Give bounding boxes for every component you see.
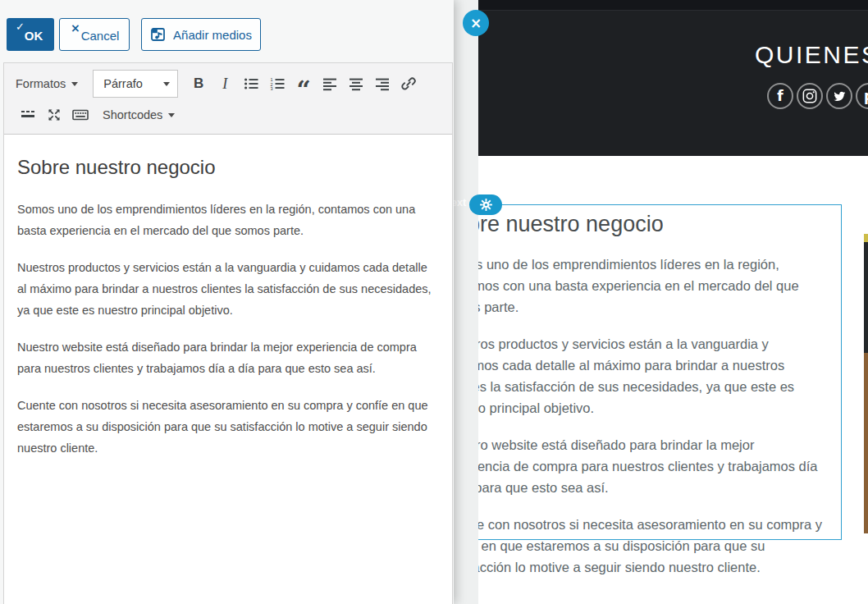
widget-paragraph: Cuente con nosotros si necesita asesoram… — [478, 514, 825, 578]
italic-button[interactable]: I — [212, 71, 237, 96]
align-center-button[interactable] — [344, 71, 368, 96]
social-icons-row: f p — [767, 83, 868, 109]
align-left-button[interactable] — [318, 71, 342, 96]
horizontal-rule-icon — [21, 108, 35, 122]
close-icon: × — [470, 15, 482, 31]
widget-heading: Sobre nuestro negocio — [478, 210, 825, 238]
fullscreen-button[interactable] — [42, 103, 66, 127]
content-heading: Sobre nuestro negocio — [17, 156, 439, 179]
widget-settings-button[interactable] — [469, 194, 502, 215]
formats-dropdown[interactable]: Formatos — [16, 71, 86, 96]
page-builder-edit-screen: QUIENES S f p — [0, 0, 868, 604]
admin-bar-strip — [478, 0, 868, 11]
bullet-list-icon — [244, 76, 258, 91]
chevron-down-icon — [163, 82, 170, 86]
instagram-icon[interactable] — [797, 83, 823, 109]
live-preview-pane: QUIENES S f p — [478, 0, 868, 604]
tinymce-editor: Formatos Párrafo B I — [3, 62, 453, 604]
keyboard-icon — [72, 108, 89, 122]
site-header: QUIENES S f p — [478, 0, 868, 156]
twitter-icon[interactable] — [826, 83, 852, 109]
fullscreen-icon — [47, 108, 62, 122]
svg-text:3: 3 — [271, 86, 273, 91]
align-right-button[interactable] — [370, 71, 395, 96]
dialog-toolbar: ✓ OK × Cancel Añadir medios — [0, 0, 454, 62]
gear-icon — [479, 198, 493, 212]
toolbar-row-1: Formatos Párrafo B I — [4, 68, 452, 99]
numbered-list-icon: 1 2 3 — [270, 76, 285, 91]
align-right-icon — [375, 76, 390, 91]
media-icon — [150, 26, 167, 43]
bullet-list-button[interactable] — [239, 71, 263, 96]
image-edge-sliver — [864, 234, 868, 533]
widget-edit-panel: ✓ OK × Cancel Añadir medios — [0, 0, 454, 604]
close-dialog-button[interactable]: × — [463, 10, 489, 36]
keyboard-shortcuts-button[interactable] — [68, 103, 93, 127]
page-title: QUIENES S — [755, 41, 868, 69]
content-paragraph: Nuestros productos y servicios están a l… — [17, 257, 439, 321]
add-media-button[interactable]: Añadir medios — [141, 18, 261, 51]
align-center-icon — [349, 76, 363, 91]
cancel-button[interactable]: × Cancel — [59, 18, 130, 51]
widget-paragraph: Nuestros productos y servicios están a l… — [478, 333, 825, 419]
bold-button[interactable]: B — [186, 71, 211, 96]
toolbar-row-2: Shortcodes — [4, 99, 452, 130]
content-paragraph: Nuestro website está diseñado para brind… — [17, 336, 439, 379]
blockquote-button[interactable]: “ — [291, 71, 316, 96]
numbered-list-button[interactable]: 1 2 3 — [265, 71, 290, 96]
link-icon — [401, 76, 416, 91]
chevron-down-icon — [168, 113, 175, 117]
content-paragraph: Cuente con nosotros si necesita asesoram… — [17, 395, 439, 459]
facebook-icon[interactable]: f — [767, 83, 793, 109]
paragraph-style-select[interactable]: Párrafo — [93, 70, 178, 98]
dialog-gutter — [454, 0, 478, 604]
widget-paragraph: Nuestro website está diseñado para brind… — [478, 434, 825, 498]
editor-content-area[interactable]: Sobre nuestro negocio Somos uno de los e… — [4, 135, 452, 459]
link-button[interactable] — [396, 71, 421, 96]
shortcodes-dropdown[interactable]: Shortcodes — [103, 103, 183, 127]
content-paragraph: Somos uno de los emprendimientos líderes… — [17, 199, 439, 241]
pinterest-icon[interactable]: p — [856, 83, 868, 109]
text-widget-preview: Sobre nuestro negocio Somos uno de los e… — [478, 204, 842, 540]
chevron-down-icon — [71, 82, 78, 86]
widget-paragraph: Somos uno de los emprendimientos líderes… — [478, 254, 825, 318]
horizontal-rule-button[interactable] — [16, 103, 40, 127]
align-left-icon — [322, 76, 337, 91]
tinymce-toolbars: Formatos Párrafo B I — [4, 63, 452, 135]
ok-button[interactable]: ✓ OK — [7, 18, 54, 51]
